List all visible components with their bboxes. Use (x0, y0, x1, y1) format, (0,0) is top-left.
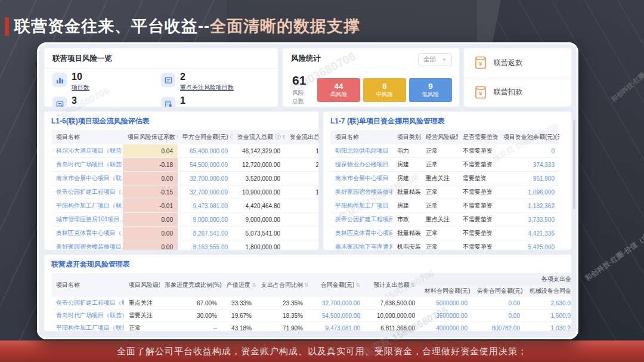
project-link[interactable]: 炎帝公园扩建工程项目（… (56, 188, 123, 195)
info-icon[interactable]: ? (177, 134, 178, 140)
table-row[interactable]: 平阳构件加工厂项目（联营）正常--43.18%71.90%9,473,081.0… (51, 322, 571, 332)
column-header[interactable]: 甲方合同金额(元)?⇅ (178, 130, 233, 144)
risk-cell: 正常 (421, 158, 458, 172)
joint-deduction-button[interactable]: ¥ 联营扣款 (464, 78, 571, 107)
project-link[interactable]: 城市管理应急房101项目… (56, 216, 123, 222)
table-row[interactable]: 朝阳北站供电站项目（联…电力正常不需要垫资0 (330, 144, 559, 158)
stat-value: 10 (72, 72, 82, 82)
table-row[interactable]: 平阳构件加工厂项目（联…-0.019,473,081.004,420,464.8… (51, 199, 318, 213)
project-link[interactable]: 奥林匹克体育中心项目（… (56, 230, 123, 236)
vertical-scrollbar[interactable] (573, 120, 575, 209)
table-row[interactable]: 青岛时代广场项目（联营）-0.1854,500,000.0012,720,000… (51, 158, 318, 172)
sort-icon[interactable]: ⇅ (282, 134, 285, 140)
info-icon[interactable]: ? (230, 134, 233, 140)
project-link[interactable]: 奥林匹克体育中心项目（… (335, 230, 392, 236)
project-link[interactable]: 南京市会展中心项目（联… (56, 175, 123, 181)
inflow-cell: 3,520,000.00 (233, 172, 285, 185)
column-header[interactable]: 材料合同金额(元)⇅ (420, 285, 472, 297)
envelope-yuan-icon: ¥ (473, 55, 488, 70)
table-row[interactable]: 美好家园宿舍楼装修项目…0.008,163,555.001,800,000.00… (51, 240, 318, 250)
risk-filter-select[interactable]: 全部 ▼ (418, 53, 452, 66)
project-link[interactable]: 朝阳北站供电站项目（联… (335, 147, 392, 154)
column-header: 形象进度完成比例(%) (160, 273, 222, 297)
labor-cell: 0.00 (472, 297, 525, 310)
column-header[interactable]: 合同金额(元)⇅ (308, 273, 365, 297)
table-row[interactable]: 科尔沁大酒店项目（联营）0.0465,400,000.0046,142,329.… (51, 144, 318, 158)
advance-cell: 不需要垫资 (458, 158, 499, 172)
page-title-accent: 全面清晰的数据支撑 (210, 17, 360, 35)
sort-icon[interactable]: ⇅ (355, 282, 360, 288)
project-link[interactable]: 炎帝公园扩建工程项目（联… (56, 299, 124, 306)
risk-overview-stat: 1 需要关注风险项目数 (161, 95, 270, 107)
column-header[interactable]: 预计支出总额⇅ (365, 273, 420, 297)
project-link[interactable]: 美好家园宿舍楼装修项目… (335, 188, 392, 195)
column-header[interactable]: 劳务合同金额(元)⇅ (472, 285, 525, 297)
project-link[interactable]: 青岛时代广场项目（联营） (56, 161, 123, 168)
risk-cell: 重点关注 (421, 213, 458, 227)
column-header[interactable]: 项目风险保证系数?⇅ (123, 130, 178, 144)
table-row[interactable]: 奥林匹克体育中心项目（…批量精装正常不需要垫资4,421,335 (330, 227, 559, 240)
sort-icon[interactable]: ⇅ (524, 288, 525, 294)
project-link[interactable]: 缦葆物业办公楼项目（联… (335, 161, 392, 168)
project-link[interactable]: 科尔沁大酒店项目（联营） (56, 147, 123, 154)
contract-cell: 9,473,081.00 (308, 322, 365, 332)
column-header[interactable]: 支出占合同比例⇅ (256, 273, 308, 297)
table-row[interactable]: 南京市会展中心项目（联…房建重点关注需要垫资951,900 (330, 172, 559, 185)
badge-label: 低风险 (422, 91, 439, 98)
table-row[interactable]: 平阳构件加工厂项目（联…房建正常不需要垫资1,132,362 (330, 199, 559, 213)
table-row[interactable]: 奥林匹克体育中心项目（…0.008,267,541.005,073,541.00… (51, 227, 318, 240)
sort-icon[interactable]: ⇅ (472, 288, 472, 294)
slide-footer: 全面了解公司平台收益构成，资金账户构成、以及真实可用、受限资金，合理做好资金使用… (0, 341, 644, 362)
project-link[interactable]: 平阳构件加工厂项目（联… (56, 202, 123, 209)
project-link[interactable]: 南京市会展中心项目（联… (335, 175, 392, 181)
stat-label[interactable]: 项目数 (72, 83, 89, 92)
table-row[interactable]: 嘉禾家园地下车库通风项…机电安装正常不需要垫资5,425,000 (330, 240, 559, 250)
category-cell: 电力 (392, 144, 421, 158)
column-header[interactable]: 机械设备合同金额(元)⇅ (525, 285, 571, 297)
table-row[interactable]: 炎帝公园扩建工程项目（…市政重点关注不需要垫资3,733,500 (330, 213, 559, 227)
sort-icon[interactable]: ⇅ (252, 282, 256, 288)
stat-label[interactable]: 重点关注风险项目数 (180, 83, 234, 92)
project-link[interactable]: 平阳构件加工厂项目（联… (335, 202, 392, 209)
column-header: 项目名称 (51, 273, 124, 297)
column-header[interactable]: 资金流出总额?⇅ (285, 130, 318, 144)
balance-cell: 374,333 (499, 158, 559, 172)
page-title-main: 联营资金往来、平台收益-- (14, 17, 210, 35)
svg-text:¥: ¥ (479, 60, 482, 67)
outflow-cell: 12,166 (285, 185, 318, 199)
risk-cell: 重点关注 (421, 172, 458, 185)
project-link[interactable]: 平阳构件加工厂项目（联营） (56, 324, 124, 331)
balance-cell: 3,733,500 (499, 213, 559, 227)
contract-cell: 9,000,000.00 (178, 213, 233, 227)
output_progress-cell: 33.33% (222, 297, 256, 310)
table-row[interactable]: 炎帝公园扩建工程项目（联…重点关注67.00%33.33%23.35%32,70… (51, 297, 571, 310)
outflow-cell: 3,418 (285, 172, 318, 185)
inflow-cell: 46,142,329.00 (233, 144, 285, 158)
table-row[interactable]: 青岛时代广场项目（联营）需要关注30.00%19.67%18.35%54,500… (51, 310, 571, 322)
table-row[interactable]: 缦葆物业办公楼项目（联…房建正常不需要垫资374,333 (330, 158, 559, 172)
sort-icon[interactable]: ⇅ (410, 282, 415, 288)
bar-chart-icon (52, 73, 67, 87)
material-cell: 4000000.00 (420, 322, 472, 332)
risk-overview-stat: 3 风险项目数 (52, 95, 161, 107)
info-icon[interactable]: ? (275, 134, 281, 140)
column-header: 项目名称 (51, 130, 123, 144)
project-link[interactable]: 嘉禾家园地下车库通风项… (335, 243, 392, 250)
project-link[interactable]: 炎帝公园扩建工程项目（… (335, 216, 392, 222)
quick-actions-panel: ¥ 联营返款¥ 联营扣款 (464, 48, 571, 107)
column-header[interactable]: 资金流入总额?⇅ (233, 130, 285, 144)
table-row[interactable]: 南京市会展中心项目（联…0.0032,700,000.003,520,000.0… (51, 172, 318, 185)
project-link[interactable]: 美好家园宿舍楼装修项目… (56, 243, 123, 250)
outflow-cell: 23,536 (285, 158, 318, 172)
risk-cell: 正常 (421, 144, 458, 158)
badge-value: 8 (382, 82, 387, 91)
project-link[interactable]: 青岛时代广场项目（联营） (56, 312, 124, 318)
column-header[interactable]: 产值进度⇅ (222, 273, 256, 297)
table-row[interactable]: 城市管理应急房101项目…0.009,000,000.009,000,000.0… (51, 213, 318, 227)
table-row[interactable]: 炎帝公园扩建工程项目（…-0.1532,700,000.0010,900,000… (51, 185, 318, 199)
contract-cell: 65,400,000.00 (178, 144, 233, 158)
table-row[interactable]: 美好家园宿舍楼装修项目…批量精装正常不需要垫资1,096,000 (330, 185, 559, 199)
coef-cell: -0.01 (123, 199, 178, 213)
sort-icon[interactable]: ⇅ (304, 282, 308, 288)
joint-refund-button[interactable]: ¥ 联营返款 (464, 48, 571, 78)
